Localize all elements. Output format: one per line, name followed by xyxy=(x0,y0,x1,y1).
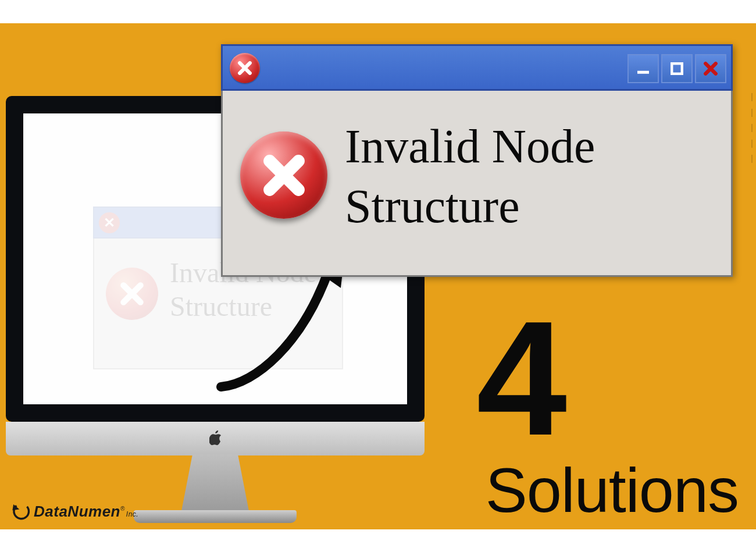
headline-number: 4 xyxy=(476,297,567,460)
error-x-icon xyxy=(240,131,327,219)
window-controls xyxy=(627,54,726,83)
notch xyxy=(751,93,756,101)
registered-mark: ® xyxy=(120,506,125,512)
datanumen-logo-icon xyxy=(10,501,30,521)
monitor-base xyxy=(134,510,297,523)
foreground-error-dialog: Invalid Node Structure xyxy=(221,44,733,277)
monitor-stand xyxy=(177,454,253,512)
minimize-icon xyxy=(634,60,652,77)
brand-suffix: Inc. xyxy=(126,510,138,518)
brand-name-text: DataNumen xyxy=(34,503,120,520)
dialog-titlebar xyxy=(221,44,733,91)
dialog-body: Invalid Node Structure xyxy=(221,91,733,277)
notch xyxy=(751,155,756,163)
edge-notches xyxy=(751,93,756,163)
apple-logo-icon xyxy=(209,430,222,446)
dialog-message: Invalid Node Structure xyxy=(345,117,595,236)
maximize-button[interactable] xyxy=(661,54,693,83)
window-close-icon xyxy=(702,60,719,77)
svg-rect-0 xyxy=(672,63,682,74)
notch xyxy=(751,140,756,148)
maximize-icon xyxy=(668,60,686,77)
headline-word: Solutions xyxy=(486,454,739,526)
window-close-button[interactable] xyxy=(695,54,726,83)
error-x-icon xyxy=(106,268,158,320)
notch xyxy=(751,124,756,132)
minimize-button[interactable] xyxy=(627,54,659,83)
close-circle-icon: ✕ xyxy=(99,212,120,233)
illustration-canvas: ✕ Invalid Node Structure xyxy=(0,23,756,529)
svg-point-1 xyxy=(11,501,30,521)
brand-name: DataNumen®Inc. xyxy=(34,503,138,521)
close-circle-icon[interactable] xyxy=(230,53,260,83)
brand-logo: DataNumen®Inc. xyxy=(10,501,138,521)
notch xyxy=(751,109,756,117)
